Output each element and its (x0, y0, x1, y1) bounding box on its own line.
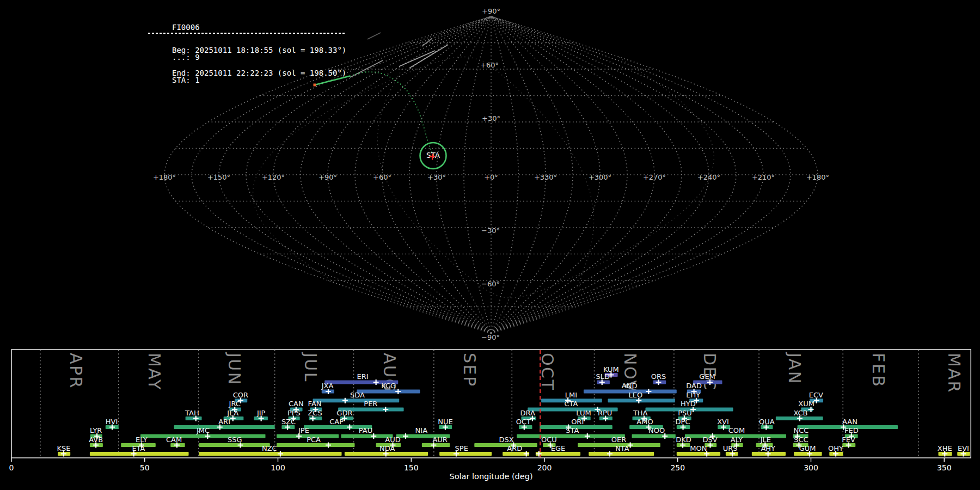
longitude-label: +90° (318, 173, 337, 181)
shower-label-DPC: DPC (676, 418, 690, 426)
shower-label-XUM: XUM (798, 400, 814, 408)
shower-label-RPU: RPU (598, 409, 612, 417)
longitude-label: +180° (153, 173, 176, 181)
shower-label-SPE: SPE (455, 444, 468, 452)
x-axis-tick-label: 0 (9, 463, 14, 472)
shower-label-GUM: GUM (799, 444, 816, 452)
shower-label-AHY: AHY (761, 444, 775, 452)
shower-label-XVI: XVI (717, 418, 729, 426)
shower-label-DKD: DKD (676, 436, 691, 444)
shower-label-NOO: NOO (648, 426, 665, 434)
shower-label-JEA: JEA (226, 409, 238, 417)
shower-bar-NTA (589, 452, 654, 456)
longitude-label: +300° (589, 173, 611, 181)
latitude-label: −30° (481, 226, 500, 235)
shower-bar-NOO (632, 434, 676, 438)
shower-label-LMI: LMI (565, 391, 577, 399)
longitude-label: +330° (534, 173, 557, 181)
shower-label-OER: OER (611, 436, 626, 444)
shower-label-JIP: JIP (256, 409, 266, 417)
shower-label-KSE: KSE (57, 444, 70, 452)
x-axis-tick-label: 300 (804, 463, 818, 472)
latitude-label: +90° (482, 7, 500, 15)
shower-label-ORI: ORI (571, 418, 584, 426)
shower-label-PPS: PPS (287, 409, 301, 417)
shower-label-NDA: NDA (379, 444, 395, 452)
sky-grid-meridian (328, 16, 491, 333)
shower-label-HVI: HVI (106, 418, 118, 426)
shower-label-COM: COM (728, 426, 745, 434)
shower-label-TAH: TAH (185, 409, 199, 417)
shower-label-EHY: EHY (686, 391, 700, 399)
shower-label-OHY: OHY (828, 444, 843, 452)
longitude-label: +30° (427, 173, 446, 181)
shower-label-AND: AND (622, 382, 638, 390)
longitude-label: +240° (697, 173, 720, 181)
shower-label-COR: COR (233, 391, 248, 399)
shower-label-NIA: NIA (415, 426, 428, 434)
shower-association-counts: ...: 9 STA: 1 (172, 38, 200, 99)
longitude-label: +180° (806, 173, 829, 181)
shower-label-ZCS: ZCS (308, 409, 322, 417)
shower-label-EVI: EVI (958, 444, 969, 452)
shower-bar-PCA (277, 443, 354, 447)
shower-label-EGE: EGE (551, 444, 566, 452)
shower-label-ERI: ERI (357, 372, 369, 381)
shower-bar-ETA (90, 452, 189, 456)
longitude-label: +120° (262, 173, 285, 181)
sporadic-meteor-trail (367, 33, 381, 39)
month-label: OCT (538, 353, 557, 391)
latitude-label: −60° (481, 280, 500, 288)
latitude-label: +30° (482, 114, 500, 122)
longitude-label: +0° (484, 173, 498, 181)
shower-label-PAU: PAU (359, 426, 372, 434)
x-axis-tick-label: 100 (271, 463, 285, 472)
shower-label-GDR: GDR (336, 409, 352, 417)
meteor-id: FI0006 (172, 23, 346, 31)
latitude-label: −90° (481, 333, 500, 341)
shower-label-XHE: XHE (938, 444, 952, 452)
shower-label-JMC: JMC (196, 426, 210, 434)
shower-label-PSU: PSU (678, 409, 692, 417)
shower-label-LYR: LYR (90, 426, 102, 434)
shower-label-SCC: SCC (794, 436, 808, 444)
month-label: FEB (869, 353, 888, 388)
latitude-label: +60° (480, 61, 499, 69)
month-label: APR (66, 353, 85, 389)
shower-label-OCT: OCT (516, 418, 531, 426)
shower-bar-STA (517, 434, 625, 438)
shower-label-FEV: FEV (842, 436, 855, 444)
month-label: JUN (225, 352, 244, 386)
month-label: SEP (460, 353, 479, 388)
shower-label-FED: FED (844, 426, 859, 434)
shower-label-AUD: AUD (385, 436, 400, 444)
shower-label-NCC: NCC (793, 426, 808, 434)
shower-label-AMO: AMO (636, 418, 653, 426)
x-axis-title: Solar longitude (deg) (449, 472, 532, 481)
shower-label-CTA: CTA (564, 400, 578, 408)
activity-chart: APRMAYJUNJULAUGSEPOCTNOVDECJANFEBMARKUME… (9, 350, 971, 472)
screenshot-root: FI0006 Beg: 20251011 18:18:55 (sol = 198… (0, 0, 980, 490)
shower-label-NUE: NUE (438, 418, 452, 426)
sky-map-and-activity-chart: +90°+60°+30°−30°−60°−90°+180°+150°+120°+… (0, 0, 980, 490)
trail-backtrack-dotted-path (350, 72, 433, 156)
longitude-label: +60° (373, 173, 391, 181)
shower-bar-SDA (313, 399, 400, 402)
shower-label-KCG: KCG (381, 382, 396, 390)
shower-label-PCA: PCA (307, 436, 321, 444)
shower-label-NZC: NZC (262, 444, 277, 452)
shower-label-DSX: DSX (499, 436, 513, 444)
reference-plane-curve (580, 175, 637, 293)
shower-bar-SSG (199, 443, 270, 447)
shower-label-PER: PER (364, 400, 377, 408)
longitude-label: +150° (207, 173, 230, 181)
sporadic-meteor-trail (409, 45, 448, 68)
longitude-label: +270° (643, 173, 666, 181)
x-axis-tick-label: 350 (937, 463, 952, 472)
month-label: JUL (301, 352, 320, 383)
shower-label-CAN: CAN (289, 400, 304, 408)
shower-label-STA: STA (566, 426, 579, 434)
shower-bar-KCG (357, 390, 420, 394)
shower-bar-ARI (174, 425, 275, 429)
shower-label-MON: MON (690, 444, 707, 452)
